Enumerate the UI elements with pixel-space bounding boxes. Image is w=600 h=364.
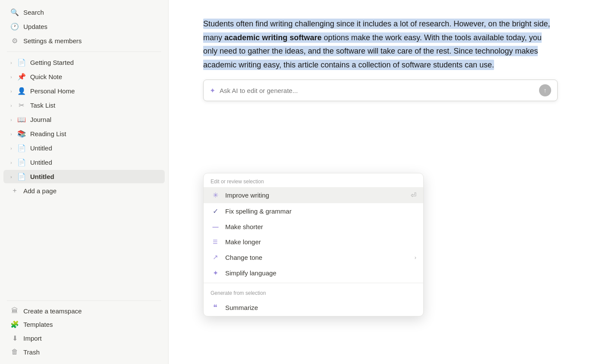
doc-icon: 📄 <box>17 58 26 67</box>
sidebar-item-untitled-3[interactable]: › 📄 Untitled <box>3 170 165 183</box>
send-icon: ↑ <box>544 87 547 94</box>
sidebar-divider-2 <box>7 300 161 301</box>
sidebar-item-personal-home[interactable]: › 👤 Personal Home <box>3 84 165 98</box>
plus-icon: + <box>10 187 19 195</box>
sidebar-item-label: Reading List <box>30 130 66 137</box>
chevron-icon: › <box>10 103 12 108</box>
chevron-icon: › <box>10 74 12 80</box>
doc-icon: 📄 <box>17 144 26 152</box>
import-icon: ⬇ <box>10 334 19 342</box>
add-page-label: Add a page <box>23 187 57 195</box>
trash-label: Trash <box>23 348 40 356</box>
sidebar-item-task-list[interactable]: › ✂ Task List <box>3 99 165 112</box>
ai-menu-item-summarize[interactable]: ❝ Summarize <box>204 299 423 316</box>
import-label: Import <box>23 335 42 342</box>
menu-item-label: Summarize <box>225 304 416 311</box>
sidebar-settings[interactable]: ⚙ Settings & members <box>3 34 165 48</box>
ai-prompt-input[interactable] <box>220 87 535 94</box>
templates-icon: 🧩 <box>10 320 19 329</box>
ai-menu-item-improve-writing[interactable]: ✳ Improve writing ⏎ <box>204 187 423 203</box>
sidebar-search-label: Search <box>23 9 44 16</box>
ai-menu-item-change-tone[interactable]: ↗ Change tone › <box>204 249 423 265</box>
page-text-block: Students often find writing challenging … <box>203 17 558 72</box>
ai-menu-divider <box>204 283 423 283</box>
sidebar-templates[interactable]: 🧩 Templates <box>3 318 165 331</box>
teamspace-icon: 🏛 <box>10 307 19 315</box>
editor-area[interactable]: Students often find writing challenging … <box>169 0 600 364</box>
scissors-icon: ✂ <box>17 101 26 109</box>
ai-prompt-bar[interactable]: ✦ ↑ <box>203 80 558 101</box>
chevron-icon: › <box>10 131 12 137</box>
check-icon: ✓ <box>211 207 220 215</box>
ai-menu-item-simplify-language[interactable]: ✦ Simplify language <box>204 265 423 281</box>
doc-icon: 📄 <box>17 158 26 166</box>
chevron-icon: › <box>10 160 12 165</box>
sidebar-item-label: Getting Started <box>30 59 74 66</box>
sidebar-create-teamspace[interactable]: 🏛 Create a teamspace <box>3 304 165 317</box>
sidebar-item-label: Journal <box>30 116 51 123</box>
change-tone-icon: ↗ <box>211 253 220 261</box>
reading-list-icon: 📚 <box>17 130 26 138</box>
sidebar-item-journal[interactable]: › 📖 Journal <box>3 113 165 126</box>
simplify-icon: ✦ <box>211 269 220 277</box>
doc-icon: 📄 <box>17 172 26 181</box>
ai-menu-item-make-longer[interactable]: ☰ Make longer <box>204 234 423 249</box>
sparkle-icon: ✳ <box>211 191 220 199</box>
sidebar: 🔍 Search 🕐 Updates ⚙ Settings & members … <box>0 0 169 364</box>
sidebar-search[interactable]: 🔍 Search <box>3 6 165 19</box>
sidebar-item-getting-started[interactable]: › 📄 Getting Started <box>3 56 165 69</box>
menu-item-label: Make shorter <box>225 223 416 230</box>
generate-section-label: Generate from selection <box>204 285 423 299</box>
chevron-icon: › <box>10 146 12 151</box>
gear-icon: ⚙ <box>10 37 19 45</box>
add-page-button[interactable]: + Add a page <box>3 184 165 197</box>
create-teamspace-label: Create a teamspace <box>23 307 82 315</box>
sidebar-item-label: Untitled <box>30 159 52 166</box>
sidebar-item-label: Task List <box>30 102 55 109</box>
sidebar-import[interactable]: ⬇ Import <box>3 332 165 345</box>
sidebar-bottom: 🏛 Create a teamspace 🧩 Templates ⬇ Impor… <box>0 294 168 359</box>
ai-menu-item-fix-spelling[interactable]: ✓ Fix spelling & grammar <box>204 203 423 219</box>
templates-label: Templates <box>23 321 53 328</box>
chevron-icon: › <box>10 89 12 94</box>
summarize-icon: ❝ <box>211 303 220 312</box>
sidebar-item-quick-note[interactable]: › 📌 Quick Note <box>3 70 165 83</box>
clock-icon: 🕐 <box>10 22 19 31</box>
menu-item-label: Make longer <box>225 238 416 246</box>
ai-sparkle-icon: ✦ <box>210 86 215 95</box>
edit-section-label: Edit or review selection <box>204 173 423 187</box>
book-icon: 📖 <box>17 115 26 124</box>
search-icon: 🔍 <box>10 8 19 16</box>
ai-dropdown-menu: Edit or review selection ✳ Improve writi… <box>203 173 424 316</box>
sidebar-item-untitled-2[interactable]: › 📄 Untitled <box>3 156 165 169</box>
menu-item-label: Simplify language <box>225 269 416 277</box>
menu-item-label: Improve writing <box>225 192 405 199</box>
sidebar-trash[interactable]: 🗑 Trash <box>3 345 165 358</box>
chevron-icon: › <box>10 60 12 65</box>
chevron-icon: › <box>10 174 12 179</box>
chevron-right-icon: › <box>415 254 416 261</box>
ai-send-button[interactable]: ↑ <box>539 84 551 96</box>
trash-icon: 🗑 <box>10 348 19 356</box>
sidebar-divider-1 <box>7 51 161 52</box>
sidebar-item-label: Untitled <box>30 173 54 180</box>
main-content: Students often find writing challenging … <box>169 0 600 364</box>
bold-text: academic writing software <box>224 33 322 42</box>
make-longer-icon: ☰ <box>211 239 220 245</box>
chevron-icon: › <box>10 117 12 122</box>
sidebar-updates[interactable]: 🕐 Updates <box>3 20 165 33</box>
sidebar-item-label: Personal Home <box>30 87 75 95</box>
menu-item-label: Fix spelling & grammar <box>225 208 416 215</box>
person-icon: 👤 <box>17 87 26 95</box>
ai-menu-item-make-shorter[interactable]: — Make shorter <box>204 219 423 234</box>
sidebar-item-reading-list[interactable]: › 📚 Reading List <box>3 127 165 140</box>
menu-item-label: Change tone <box>225 254 409 261</box>
pin-icon: 📌 <box>17 73 26 81</box>
sidebar-updates-label: Updates <box>23 23 48 30</box>
sidebar-item-label: Quick Note <box>30 73 62 80</box>
sidebar-item-untitled-1[interactable]: › 📄 Untitled <box>3 141 165 155</box>
make-shorter-icon: — <box>211 224 220 230</box>
selected-text: Students often find writing challenging … <box>203 19 550 70</box>
sidebar-item-label: Untitled <box>30 144 52 152</box>
enter-hint-icon: ⏎ <box>411 191 416 199</box>
